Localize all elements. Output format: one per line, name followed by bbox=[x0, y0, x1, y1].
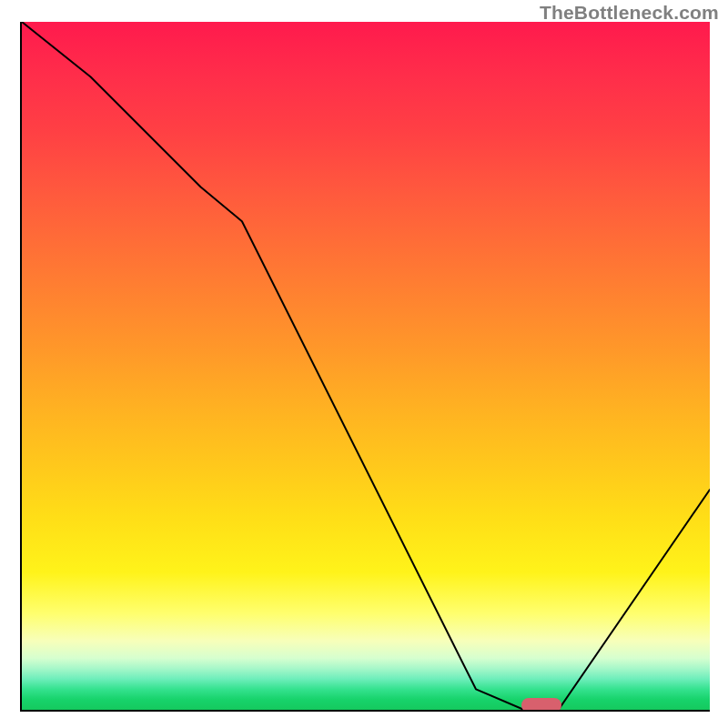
optimal-marker bbox=[521, 698, 561, 712]
plot-area bbox=[20, 22, 710, 712]
chart-container: TheBottleneck.com bbox=[0, 0, 728, 728]
curve-layer bbox=[22, 22, 710, 710]
watermark-text: TheBottleneck.com bbox=[540, 2, 719, 24]
bottleneck-curve-path bbox=[22, 22, 710, 710]
